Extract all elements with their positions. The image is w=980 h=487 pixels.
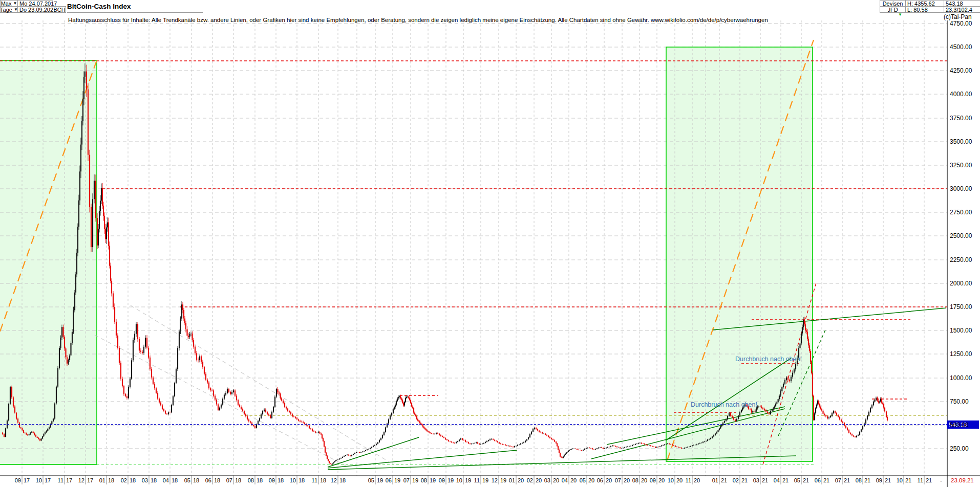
disclaimer-text: Haftungsausschluss für Inhalte: Alle Tre…: [68, 17, 768, 23]
x-axis-month-label: 10: [35, 477, 42, 483]
x-axis-year-label: 18: [278, 477, 284, 483]
x-axis-month-label: 07: [225, 477, 232, 483]
y-axis-label: 1250.00: [950, 350, 972, 358]
x-axis-year-label: 18: [257, 477, 263, 483]
x-axis-month-label: 06: [814, 477, 821, 483]
x-axis-year-label: 18: [108, 477, 114, 483]
x-axis-month-label: 09: [438, 477, 445, 483]
x-axis-year-label: 20: [641, 477, 647, 483]
x-axis-year-label: 21: [741, 477, 748, 483]
x-axis-month-label: 12: [77, 477, 84, 483]
chevron-down-icon: ▼: [13, 1, 17, 6]
y-axis-label: 4750.00: [950, 20, 972, 27]
x-axis-month-label: 10: [896, 477, 903, 483]
x-axis-month-label: 07: [834, 477, 841, 483]
x-axis-month-label: 05: [183, 477, 190, 483]
x-axis-month-label: 07: [402, 477, 410, 483]
y-axis-label: 500.00: [950, 422, 969, 429]
x-axis-year-label: 18: [235, 477, 241, 483]
x-axis-year-label: 21: [762, 477, 768, 483]
y-axis-label: 3000.00: [950, 185, 972, 192]
x-axis-month-label: 06: [385, 477, 392, 483]
x-axis-year-label: 18: [172, 477, 178, 483]
y-axis-label: 3250.00: [950, 162, 972, 169]
x-axis-month-label: 03: [543, 477, 550, 483]
x-axis-year-label: 17: [87, 477, 93, 483]
x-axis-year-label: 17: [66, 477, 72, 483]
x-axis-month-label: 08: [855, 477, 862, 483]
x-axis-year-label: 18: [299, 477, 305, 483]
x-axis-month-label: 01: [98, 477, 105, 483]
x-axis-month-label: 07: [614, 477, 621, 483]
y-axis-label: 1750.00: [950, 303, 972, 311]
x-axis-year-label: 18: [151, 477, 157, 483]
x-axis-year-label: 21: [782, 477, 789, 483]
x-axis-month-label: 03: [752, 477, 759, 483]
x-axis-year-label: 21: [803, 477, 809, 483]
interval-dropdown[interactable]: Tage▼: [0, 6, 18, 13]
x-axis-month-label: 01: [711, 477, 718, 483]
x-axis-year-label: 17: [45, 477, 51, 483]
green-trend-line: [328, 437, 419, 467]
x-axis-month-label: 10: [455, 477, 462, 483]
y-axis-label: 750.00: [950, 398, 969, 405]
x-axis-year-label: 17: [24, 477, 30, 483]
low-value: L: 80.58: [905, 6, 944, 13]
y-axis-label: 4500.00: [950, 43, 972, 51]
symbol-cell[interactable]: BCH: [53, 6, 66, 13]
x-axis-year-label: 20: [676, 477, 683, 483]
trend-box-fill: [0, 60, 97, 464]
axis-dash: -: [940, 477, 942, 483]
y-axis-label: 2250.00: [950, 256, 972, 263]
x-axis-year-label: 21: [885, 477, 891, 483]
x-axis-year-label: 20: [624, 477, 630, 483]
copyright-label: (c)Tai-Pan: [944, 13, 972, 20]
x-axis-year-label: 19: [430, 477, 436, 483]
x-axis-month-label: 04: [561, 477, 568, 483]
change-value: 23.3/102.4: [944, 6, 980, 13]
x-axis-month-label: 04: [162, 477, 169, 483]
x-axis-year-label: 21: [823, 477, 829, 483]
x-axis-month-label: 10: [289, 477, 296, 483]
x-axis-month-label: 11: [916, 477, 923, 483]
x-axis-month-label: 06: [204, 477, 211, 483]
x-axis-year-label: 20: [588, 477, 594, 483]
x-axis-month-label: 04: [773, 477, 780, 483]
page-title: BitCoin-Cash Index: [67, 0, 203, 13]
x-axis-month-label: 11: [310, 477, 317, 483]
gray-trend-line: [131, 305, 389, 462]
x-axis-year-label: 19: [448, 477, 454, 483]
y-axis-label: 2750.00: [950, 209, 972, 216]
x-axis-month-label: 11: [684, 477, 691, 483]
marker-triangle-icon: ▼: [898, 12, 902, 17]
x-axis-month-label: 09: [649, 477, 656, 483]
x-axis-month-label: 02: [526, 477, 533, 483]
range-dropdown-label: Max: [1, 1, 12, 7]
x-axis-month-label: 08: [631, 477, 638, 483]
x-axis-month-label: 03: [141, 477, 148, 483]
x-axis-month-label: 08: [420, 477, 427, 483]
chart-canvas[interactable]: Durchbruch nach oben!Durchbruch nach obe…: [0, 0, 980, 487]
x-axis-year-label: 20: [518, 477, 524, 483]
x-axis-month-label: 02: [120, 477, 127, 483]
x-axis-year-label: 21: [926, 477, 932, 483]
x-axis-year-label: 19: [465, 477, 471, 483]
x-axis-year-label: 18: [214, 477, 220, 483]
x-axis-month-label: 09: [875, 477, 882, 483]
x-axis-month-label: 10: [667, 477, 674, 483]
x-axis-year-label: 20: [570, 477, 577, 483]
y-axis-label: 1000.00: [950, 374, 972, 382]
y-axis-label: 250.00: [950, 445, 969, 452]
y-axis-label: 4000.00: [950, 91, 972, 98]
y-axis-label: 2000.00: [950, 280, 972, 287]
x-axis-month-label: 06: [596, 477, 603, 483]
interval-dropdown-label: Tage: [0, 7, 12, 13]
x-axis-year-label: 20: [606, 477, 612, 483]
x-axis-year-label: 21: [844, 477, 850, 483]
x-axis-year-label: 19: [500, 477, 506, 483]
x-axis-month-label: 12: [491, 477, 498, 483]
x-axis-year-label: 18: [320, 477, 326, 483]
y-axis-label: 1500.00: [950, 327, 972, 334]
y-axis-label: 3500.00: [950, 138, 972, 145]
y-axis-label: 4250.00: [950, 67, 972, 74]
